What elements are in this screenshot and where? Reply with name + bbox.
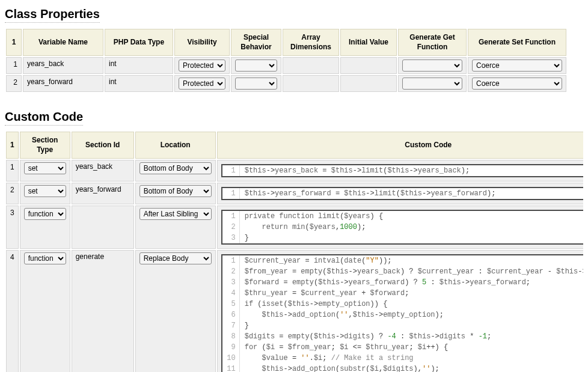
line-number: 1 bbox=[222, 188, 240, 199]
special-behavior-select[interactable] bbox=[235, 78, 277, 90]
code-line: $thru_year = $current_year + $forward; bbox=[240, 288, 409, 299]
section-type-select[interactable]: function bbox=[24, 252, 66, 264]
line-number: 5 bbox=[222, 299, 240, 309]
cell-location: After Last Sibling bbox=[135, 206, 216, 249]
code-line: $forward = empty($this->years_forward) ?… bbox=[240, 277, 530, 288]
generate-get-select[interactable] bbox=[402, 78, 462, 90]
cell-visibility: Protected bbox=[174, 57, 230, 74]
line-number: 7 bbox=[222, 320, 240, 331]
cell-section-type: set bbox=[20, 183, 70, 204]
visibility-select[interactable]: Protected bbox=[179, 59, 225, 72]
col-rownum: 1 bbox=[6, 132, 19, 159]
row-number: 4 bbox=[6, 250, 19, 372]
row-number: 1 bbox=[6, 57, 22, 74]
cell-variable-name: years_back bbox=[23, 57, 103, 74]
col-section-type: Section Type bbox=[20, 132, 70, 159]
table-row: 3functionAfter Last Sibling1private func… bbox=[6, 206, 583, 249]
row-number: 2 bbox=[6, 75, 22, 92]
col-location: Location bbox=[135, 132, 216, 159]
cell-section-type: set bbox=[20, 160, 70, 181]
cell-location: Bottom of Body bbox=[135, 160, 216, 181]
code-line: if (isset($this->empty_option)) { bbox=[240, 299, 388, 309]
cell-location: Replace Body bbox=[135, 250, 216, 372]
line-number: 8 bbox=[222, 331, 240, 342]
code-line: } bbox=[240, 320, 249, 331]
line-number: 4 bbox=[222, 288, 240, 299]
row-number: 3 bbox=[6, 206, 19, 249]
code-line: $this->years_forward = $this->limit($thi… bbox=[240, 188, 496, 199]
cell-initial-value bbox=[340, 57, 397, 74]
location-select[interactable]: After Last Sibling bbox=[139, 208, 212, 220]
line-number: 1 bbox=[222, 165, 240, 176]
section-type-select[interactable]: set bbox=[24, 185, 66, 197]
line-number: 11 bbox=[222, 364, 240, 372]
code-line: $this->add_option(substr($i,$digits),'')… bbox=[240, 364, 439, 372]
cell-variable-name: years_forward bbox=[23, 75, 103, 92]
line-number: 3 bbox=[222, 233, 240, 243]
cell-section-id: years_back bbox=[72, 160, 134, 181]
location-select[interactable]: Bottom of Body bbox=[139, 185, 212, 197]
generate-get-select[interactable] bbox=[402, 59, 462, 72]
custom-code-table: 1 Section Type Section Id Location Custo… bbox=[5, 130, 583, 372]
location-select[interactable]: Bottom of Body bbox=[139, 162, 212, 174]
cell-visibility: Protected bbox=[174, 75, 230, 92]
table-row: 2years_forwardintProtectedCoerce bbox=[6, 75, 566, 92]
line-number: 6 bbox=[222, 309, 240, 320]
cell-section-type: function bbox=[20, 206, 70, 249]
cell-section-id: generate bbox=[72, 250, 134, 372]
cell-array-dimensions bbox=[283, 75, 339, 92]
col-array-dimensions: Array Dimensions bbox=[283, 29, 339, 56]
cell-custom-code: 1private function limit($years) {2 retur… bbox=[217, 206, 583, 249]
code-line: $value = ''.$i; // Make it a string bbox=[240, 353, 414, 364]
cell-array-dimensions bbox=[283, 57, 339, 74]
cell-special-behavior bbox=[231, 75, 281, 92]
col-generate-get: Generate Get Function bbox=[398, 29, 467, 56]
location-select[interactable]: Replace Body bbox=[139, 252, 212, 264]
generate-set-select[interactable]: Coerce bbox=[472, 78, 562, 90]
section-type-select[interactable]: function bbox=[24, 208, 66, 220]
cell-generate-set: Coerce bbox=[468, 75, 566, 92]
line-number: 1 bbox=[222, 255, 240, 266]
table-row: 2setyears_forwardBottom of Body1$this->y… bbox=[6, 183, 583, 204]
table-row: 4functiongenerateReplace Body1$current_y… bbox=[6, 250, 583, 372]
line-number: 1 bbox=[222, 211, 240, 222]
code-line: $from_year = empty($this->years_back) ? … bbox=[240, 266, 583, 277]
col-custom-code: Custom Code bbox=[217, 132, 583, 159]
cell-generate-get bbox=[398, 57, 467, 74]
col-initial-value: Initial Value bbox=[340, 29, 397, 56]
generate-set-select[interactable]: Coerce bbox=[472, 59, 562, 72]
cell-custom-code: 1$this->years_forward = $this->limit($th… bbox=[217, 183, 583, 204]
cell-section-type: function bbox=[20, 250, 70, 372]
visibility-select[interactable]: Protected bbox=[179, 78, 225, 90]
code-line: return min($years,1000); bbox=[240, 222, 366, 233]
col-section-id: Section Id bbox=[72, 132, 134, 159]
cell-section-id bbox=[72, 206, 134, 249]
line-number: 3 bbox=[222, 277, 240, 288]
code-editor[interactable]: 1$current_year = intval(date("Y"));2$fro… bbox=[221, 254, 583, 372]
cell-custom-code: 1$current_year = intval(date("Y"));2$fro… bbox=[217, 250, 583, 372]
line-number: 2 bbox=[222, 222, 240, 233]
cell-special-behavior bbox=[231, 57, 281, 74]
cell-php-data-type: int bbox=[105, 75, 173, 92]
line-number: 10 bbox=[222, 353, 240, 364]
class-properties-table: 1 Variable Name PHP Data Type Visibility… bbox=[5, 28, 568, 93]
col-generate-set: Generate Set Function bbox=[468, 29, 566, 56]
cell-location: Bottom of Body bbox=[135, 183, 216, 204]
cell-generate-set: Coerce bbox=[468, 57, 566, 74]
special-behavior-select[interactable] bbox=[235, 59, 277, 72]
code-line: private function limit($years) { bbox=[240, 211, 383, 222]
code-line: } bbox=[240, 233, 249, 243]
cell-php-data-type: int bbox=[105, 57, 173, 74]
row-number: 2 bbox=[6, 183, 19, 204]
code-editor[interactable]: 1$this->years_back = $this->limit($this-… bbox=[221, 164, 583, 177]
table-row: 1years_backintProtectedCoerce bbox=[6, 57, 566, 74]
code-line: for ($i = $from_year; $i <= $thru_year; … bbox=[240, 342, 449, 353]
table-row: 1setyears_backBottom of Body1$this->year… bbox=[6, 160, 583, 181]
code-editor[interactable]: 1$this->years_forward = $this->limit($th… bbox=[221, 187, 583, 200]
line-number: 2 bbox=[222, 266, 240, 277]
cell-initial-value bbox=[340, 75, 397, 92]
col-rownum: 1 bbox=[6, 29, 22, 56]
section-type-select[interactable]: set bbox=[24, 162, 66, 174]
custom-code-heading: Custom Code bbox=[5, 110, 83, 126]
code-editor[interactable]: 1private function limit($years) {2 retur… bbox=[221, 210, 583, 245]
